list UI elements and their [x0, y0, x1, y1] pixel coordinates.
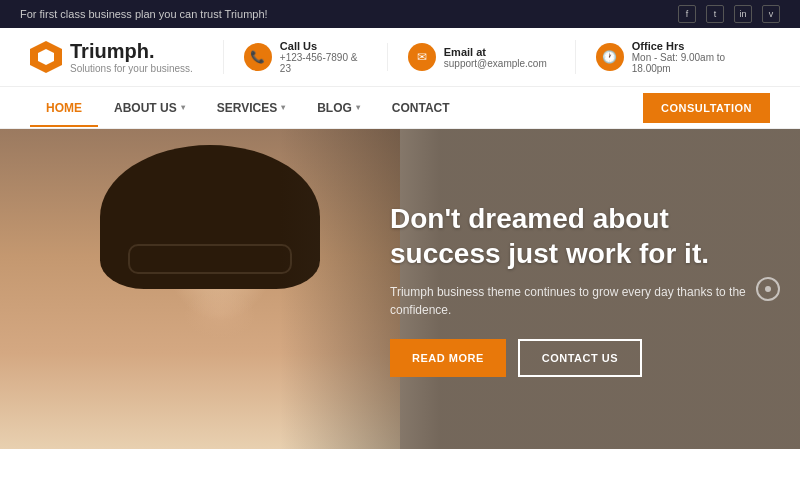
- logo-icon-inner: [38, 49, 54, 65]
- office-label: Office Hrs: [632, 40, 750, 52]
- vimeo-icon[interactable]: v: [762, 5, 780, 23]
- svg-point-0: [765, 286, 771, 292]
- read-more-button[interactable]: READ MORE: [390, 339, 506, 377]
- office-info: 🕐 Office Hrs Mon - Sat: 9.00am to 18.00p…: [575, 40, 770, 74]
- call-label: Call Us: [280, 40, 359, 52]
- call-text: Call Us +123-456-7890 & 23: [280, 40, 359, 74]
- logo-tagline: Solutions for your business.: [70, 63, 193, 74]
- logo-name: Triumph.: [70, 40, 193, 63]
- consultation-button[interactable]: CONSULTATION: [643, 93, 770, 123]
- email-info: ✉ Email at support@example.com: [387, 43, 567, 71]
- site-header: Triumph. Solutions for your business. 📞 …: [0, 28, 800, 87]
- email-text: Email at support@example.com: [444, 46, 547, 69]
- facebook-icon[interactable]: f: [678, 5, 696, 23]
- nav-item-about[interactable]: ABOUT US ▾: [98, 89, 201, 127]
- phone-icon: 📞: [244, 43, 272, 71]
- call-value: +123-456-7890 & 23: [280, 52, 359, 74]
- top-bar: For first class business plan you can tr…: [0, 0, 800, 28]
- nav-item-home[interactable]: HOME: [30, 89, 98, 127]
- hero-content: Don't dreamed about success just work fo…: [390, 201, 750, 377]
- nav-item-contact[interactable]: CONTACT: [376, 89, 466, 127]
- logo-icon: [30, 41, 62, 73]
- linkedin-icon[interactable]: in: [734, 5, 752, 23]
- logo-text-block: Triumph. Solutions for your business.: [70, 40, 193, 74]
- hero-section: Don't dreamed about success just work fo…: [0, 129, 800, 449]
- contact-us-button[interactable]: CONTACT US: [518, 339, 642, 377]
- main-nav: HOME ABOUT US ▾ SERVICES ▾ BLOG ▾ CONTAC…: [0, 87, 800, 129]
- chevron-down-icon: ▾: [356, 103, 360, 112]
- email-value: support@example.com: [444, 58, 547, 69]
- nav-item-blog[interactable]: BLOG ▾: [301, 89, 376, 127]
- chevron-down-icon: ▾: [281, 103, 285, 112]
- office-value: Mon - Sat: 9.00am to 18.00pm: [632, 52, 750, 74]
- hero-buttons: READ MORE CONTACT US: [390, 339, 750, 377]
- scroll-icon: [764, 285, 772, 293]
- email-label: Email at: [444, 46, 547, 58]
- nav-items: HOME ABOUT US ▾ SERVICES ▾ BLOG ▾ CONTAC…: [30, 89, 643, 127]
- nav-item-services[interactable]: SERVICES ▾: [201, 89, 301, 127]
- twitter-icon[interactable]: t: [706, 5, 724, 23]
- hero-title: Don't dreamed about success just work fo…: [390, 201, 750, 271]
- logo[interactable]: Triumph. Solutions for your business.: [30, 40, 193, 74]
- social-links: f t in v: [678, 5, 780, 23]
- email-icon: ✉: [408, 43, 436, 71]
- office-text: Office Hrs Mon - Sat: 9.00am to 18.00pm: [632, 40, 750, 74]
- top-bar-message: For first class business plan you can tr…: [20, 8, 268, 20]
- scroll-indicator[interactable]: [756, 277, 780, 301]
- chevron-down-icon: ▾: [181, 103, 185, 112]
- call-info: 📞 Call Us +123-456-7890 & 23: [223, 40, 379, 74]
- hero-subtitle: Triumph business theme continues to grow…: [390, 283, 750, 319]
- clock-icon: 🕐: [596, 43, 624, 71]
- header-contact-info: 📞 Call Us +123-456-7890 & 23 ✉ Email at …: [223, 40, 770, 74]
